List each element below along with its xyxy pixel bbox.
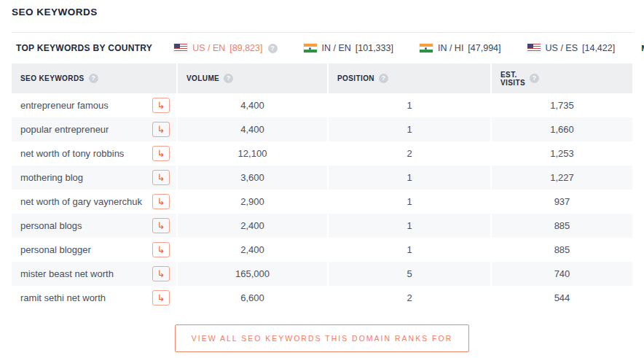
keyword-cell: personal blogs ↳ [12, 214, 176, 238]
country-tab-label: US / EN [192, 43, 225, 53]
help-icon[interactable]: ? [224, 74, 233, 83]
keyword-text: ramit sethi net worth [20, 292, 106, 303]
position-cell: 1 [329, 117, 490, 141]
help-icon[interactable]: ? [379, 74, 388, 83]
column-header-volume: VOLUME ? [178, 63, 327, 93]
table-row: entrepreneur famous ↳ 4,400 1 1,735 [12, 93, 632, 117]
jump-arrow-icon: ↳ [157, 172, 165, 183]
volume-cell: 3,600 [178, 166, 327, 190]
position-cell: 5 [329, 262, 490, 286]
volume-cell: 2,400 [178, 214, 327, 238]
country-bar: TOP KEYWORDS BY COUNTRY US / EN [89,823]… [12, 32, 632, 63]
country-tab-count: [89,823] [229, 43, 262, 53]
keyword-jump-button[interactable]: ↳ [152, 122, 170, 137]
est-visits-cell: 885 [492, 238, 632, 262]
column-header-est-visits: EST. VISITS ? [492, 63, 632, 93]
position-cell: 1 [329, 214, 490, 238]
keyword-text: popular entrepreneur [20, 124, 109, 135]
keyword-text: mothering blog [20, 172, 83, 183]
position-cell: 1 [329, 166, 490, 190]
table-row: ramit sethi net worth ↳ 6,600 2 544 [12, 286, 632, 310]
jump-arrow-icon: ↳ [157, 244, 165, 255]
jump-arrow-icon: ↳ [157, 196, 165, 207]
volume-cell: 12,100 [178, 141, 327, 166]
keyword-cell: mothering blog ↳ [12, 166, 176, 190]
est-visits-cell: 1,660 [492, 117, 632, 141]
table-body: entrepreneur famous ↳ 4,400 1 1,735 popu… [12, 93, 632, 310]
keyword-cell: entrepreneur famous ↳ [12, 93, 176, 117]
est-visits-cell: 544 [492, 286, 632, 310]
table-row: mothering blog ↳ 3,600 1 1,227 [12, 166, 632, 190]
jump-arrow-icon: ↳ [157, 220, 165, 231]
est-visits-cell: 937 [492, 190, 632, 214]
position-cell: 2 [329, 286, 490, 310]
keyword-cell: popular entrepreneur ↳ [12, 117, 176, 141]
est-visits-cell: 1,227 [492, 166, 632, 190]
country-tab-label: IN / HI [438, 43, 463, 53]
keyword-jump-button[interactable]: ↳ [152, 266, 170, 281]
table-row: popular entrepreneur ↳ 4,400 1 1,660 [12, 117, 632, 141]
volume-cell: 4,400 [178, 93, 327, 117]
country-tab-count: [101,333] [356, 43, 393, 53]
keyword-text: personal blogs [20, 220, 82, 231]
keyword-cell: personal blogger ↳ [12, 238, 176, 262]
more-dropdown[interactable]: MORE [641, 44, 644, 52]
keyword-text: net worth of tony robbins [20, 148, 124, 159]
page-title: SEO KEYWORDS [12, 7, 632, 17]
table-row: net worth of gary vaynerchuk ↳ 2,900 1 9… [12, 190, 632, 214]
country-tab-count: [14,422] [582, 43, 615, 53]
country-bar-label: TOP KEYWORDS BY COUNTRY [16, 43, 152, 53]
keyword-text: mister beast net worth [20, 268, 114, 279]
country-flag-icon [304, 44, 317, 52]
country-flag-icon [527, 44, 541, 52]
keyword-jump-button[interactable]: ↳ [152, 98, 170, 113]
volume-cell: 6,600 [178, 286, 327, 310]
position-cell: 1 [329, 93, 490, 117]
keyword-jump-button[interactable]: ↳ [152, 146, 170, 161]
jump-arrow-icon: ↳ [157, 148, 165, 159]
position-cell: 1 [329, 190, 490, 214]
country-tab[interactable]: IN / HI [47,994] [420, 43, 501, 53]
est-visits-cell: 1,735 [492, 93, 632, 117]
jump-arrow-icon: ↳ [157, 292, 165, 303]
country-flag-icon [420, 44, 433, 52]
est-visits-cell: 740 [492, 262, 632, 286]
table-row: net worth of tony robbins ↳ 12,100 2 1,2… [12, 141, 632, 166]
keyword-text: personal blogger [20, 244, 91, 255]
help-icon[interactable]: ? [268, 44, 278, 53]
keyword-cell: net worth of gary vaynerchuk ↳ [12, 190, 176, 214]
table-row: personal blogs ↳ 2,400 1 885 [12, 214, 632, 238]
country-tab[interactable]: US / EN [89,823] ? [174, 43, 277, 53]
volume-cell: 4,400 [178, 117, 327, 141]
view-all-keywords-button[interactable]: VIEW ALL SEO KEYWORDS THIS DOMAIN RANKS … [175, 324, 469, 352]
table-header: SEO KEYWORDS ? VOLUME ? POSITION ? EST. … [12, 63, 632, 93]
keyword-jump-button[interactable]: ↳ [152, 170, 170, 185]
help-icon[interactable]: ? [89, 74, 98, 83]
more-label: MORE [641, 44, 644, 52]
column-header-seo-keywords: SEO KEYWORDS ? [12, 63, 176, 93]
table-row: mister beast net worth ↳ 165,000 5 740 [12, 262, 632, 286]
cta-container: VIEW ALL SEO KEYWORDS THIS DOMAIN RANKS … [12, 324, 632, 352]
volume-cell: 2,400 [178, 238, 327, 262]
est-visits-cell: 885 [492, 214, 632, 238]
country-tabs: US / EN [89,823] ? IN / EN [101,333] IN … [174, 43, 615, 53]
keyword-jump-button[interactable]: ↳ [152, 290, 170, 306]
keyword-text: entrepreneur famous [20, 100, 109, 111]
jump-arrow-icon: ↳ [157, 100, 165, 111]
keyword-jump-button[interactable]: ↳ [152, 194, 170, 209]
help-icon[interactable]: ? [530, 74, 539, 83]
country-tab[interactable]: IN / EN [101,333] [304, 43, 393, 53]
keyword-cell: mister beast net worth ↳ [12, 262, 176, 286]
jump-arrow-icon: ↳ [157, 124, 165, 135]
country-tab-count: [47,994] [468, 43, 500, 53]
country-tab[interactable]: US / ES [14,422] [527, 43, 616, 53]
seo-keywords-panel: SEO KEYWORDS TOP KEYWORDS BY COUNTRY US … [0, 0, 644, 352]
position-cell: 2 [329, 141, 490, 166]
position-cell: 1 [329, 238, 490, 262]
jump-arrow-icon: ↳ [157, 268, 165, 279]
keyword-jump-button[interactable]: ↳ [152, 242, 170, 257]
keyword-jump-button[interactable]: ↳ [152, 218, 170, 233]
column-header-position: POSITION ? [329, 63, 490, 93]
est-visits-cell: 1,253 [492, 141, 632, 166]
country-flag-icon [174, 44, 187, 52]
